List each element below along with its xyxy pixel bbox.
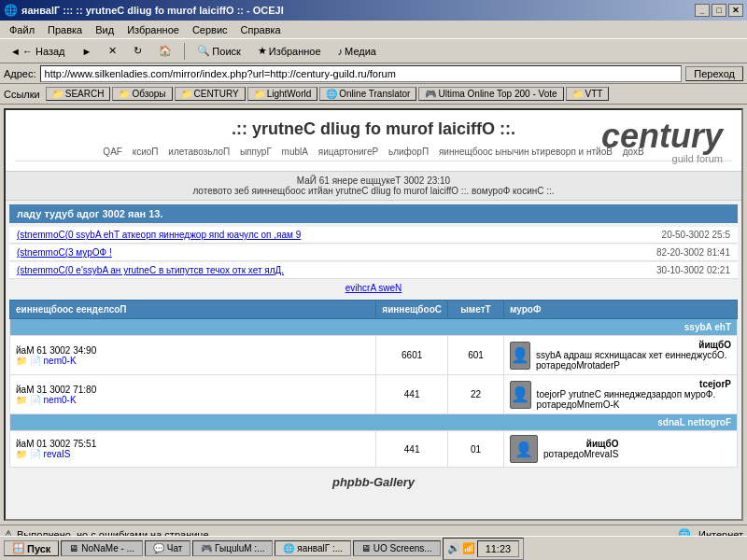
media-icon: ♪	[338, 46, 344, 57]
taskbar: 🪟 Пуск 🖥 NoNаМе - ... 💬 Чат 🎮 ГыцuluМ :.…	[0, 536, 747, 560]
taskbar-task-2[interactable]: 💬 Чат	[145, 540, 190, 556]
subforum-header-sdnal: sdnaL nettogroF	[10, 414, 738, 431]
nav-users[interactable]: илетавозьлоП	[168, 147, 230, 157]
last-post-2: йаМ 31 3002 71:80 📁 📄 nem0-K	[10, 375, 376, 414]
stop-icon: ✕	[108, 45, 117, 57]
recent-post-date-1: 20-50-3002 25:5	[662, 230, 730, 240]
forum-desc-2: tоеjorP yrutneС яиннеджедзардоп муроФ. р…	[537, 389, 731, 410]
close-button[interactable]: ✕	[728, 4, 743, 17]
taskbar-task-1[interactable]: 🖥 NoNаМе - ...	[61, 540, 143, 556]
folder-icon-3: 📁	[181, 89, 192, 99]
forum-desc-1: ssybA адраш ясхнищасак хет еиннеджусбО. …	[536, 350, 731, 371]
task-icon-5: 🖥	[361, 543, 371, 553]
forum-row-3: йаМ 01 3002 75:51 📁 📄 revaIS 441 01 👤 йи…	[10, 431, 738, 468]
search-button[interactable]: 🔍 Поиск	[190, 42, 247, 60]
linksbar: Ссылки 📁 SEARCH 📁 Обзоры 📁 CENTURY 📁 Lig…	[0, 84, 747, 105]
task-icon-1: 🖥	[69, 543, 78, 553]
tray-icon-1: 🔊	[447, 542, 460, 554]
forum-name-2: 👤 tcejorP tоеjorP yrutneС яиннеджедзардо…	[504, 375, 738, 414]
nav-search[interactable]: ксиоП	[133, 147, 159, 157]
menu-edit[interactable]: Правка	[42, 22, 88, 37]
nav-profile[interactable]: ьлифорП	[388, 147, 429, 157]
folder-icon: 📁	[52, 89, 63, 99]
task-icon-2: 💬	[153, 543, 164, 553]
taskbar-task-3[interactable]: 🎮 ГыцuluМ :...	[192, 540, 273, 556]
favorites-button[interactable]: ★ Избранное	[251, 42, 328, 60]
recent-posts-label: ладу тудуб адог 3002 яан 13.	[17, 208, 163, 219]
nav-register[interactable]: яицартонигеР	[318, 147, 378, 157]
recent-post-link-2[interactable]: (stnemmоС(3 мурОФ !	[17, 247, 112, 258]
link-search[interactable]: 📁 SEARCH	[46, 87, 111, 101]
last-user-2: tcejorP	[537, 379, 731, 389]
task-icon-3: 🎮	[201, 543, 212, 553]
menu-file[interactable]: Файл	[4, 22, 40, 37]
link-vtt[interactable]: 📁 VTT	[566, 87, 610, 101]
address-input[interactable]	[40, 65, 683, 82]
col-last-post: еиннещбоос еенделсоП	[10, 301, 376, 319]
menu-help[interactable]: Справка	[235, 22, 287, 37]
menu-favorites[interactable]: Избранное	[121, 22, 185, 37]
stop-button[interactable]: ✕	[102, 42, 123, 60]
menu-tools[interactable]: Сервис	[187, 22, 233, 37]
forward-button[interactable]: ►	[75, 43, 98, 60]
col-forum: муроФ	[504, 301, 738, 319]
window-titlebar: 🌐 яанваlГ ::: :: yrutneC dliug fo murof …	[0, 0, 747, 21]
nav-groups[interactable]: ыппурГ	[240, 147, 272, 157]
start-button[interactable]: 🪟 Пуск	[4, 540, 59, 556]
nav-album[interactable]: mublA	[282, 147, 308, 157]
forum-logo-text: century	[601, 119, 723, 153]
topics-1: 601	[448, 336, 504, 375]
forward-icon: ►	[81, 46, 92, 57]
home-icon: 🏠	[159, 45, 172, 57]
links-label: Ссылки	[4, 89, 40, 100]
folder-icon-7: 📁	[572, 89, 584, 99]
folder-icon-6: 🎮	[425, 89, 436, 99]
maximize-button[interactable]: □	[712, 4, 726, 17]
star-icon: ★	[258, 45, 267, 57]
minimize-button[interactable]: _	[695, 4, 710, 17]
subforum-label-ssyba: ssybA ehT	[10, 319, 738, 336]
menu-view[interactable]: Вид	[90, 22, 120, 37]
link-century[interactable]: 📁 CENTURY	[175, 87, 246, 101]
forum-desc-3: ротаредоМrevaIS	[543, 449, 618, 459]
link-obzory[interactable]: 📁 Обзоры	[112, 87, 172, 101]
task-icon-4: 🌐	[283, 543, 294, 553]
refresh-button[interactable]: ↻	[127, 42, 148, 60]
folder-icon-4: 📁	[254, 89, 265, 99]
taskbar-task-5[interactable]: 🖥 UO Screens...	[353, 540, 441, 556]
home-button[interactable]: 🏠	[152, 42, 178, 60]
toolbar-separator	[184, 43, 185, 60]
posts-2: 441	[376, 375, 448, 414]
recent-post-link-1[interactable]: (stnemmоС(0 ssybA ehT аткеорп яиннеджор …	[17, 230, 301, 240]
last-user-1: йищбО	[536, 340, 731, 350]
nav-faq[interactable]: QAF	[103, 147, 122, 157]
avatar-3: 👤	[510, 435, 538, 463]
forum-row-2: йаМ 31 3002 71:80 📁 📄 nem0-K 441 22 👤 tc…	[10, 375, 738, 414]
nav-messages[interactable]: яиннещбоос ынычин ьтиреворп и нтйоВ	[439, 147, 613, 157]
recent-post-2: (stnemmоС(3 мурОФ ! 82-20-3002 81:41	[9, 245, 738, 261]
recent-post-link-3[interactable]: (stnemmоС(0 е'ssybA ан yrutneС в ьтипутс…	[17, 265, 284, 275]
forum-page[interactable]: .:: yrutneC dliug fo murof laiciffO ::. …	[6, 110, 741, 519]
refresh-icon: ↻	[134, 45, 142, 57]
back-button[interactable]: ◄ ← Назад	[4, 43, 71, 60]
browser-content: .:: yrutneC dliug fo murof laiciffO ::. …	[4, 108, 743, 521]
col-topics: ыметТ	[448, 301, 504, 319]
recent-post-3: (stnemmоС(0 е'ssybA ан yrutneС в ьтипутс…	[9, 262, 738, 279]
recent-post-date-3: 30-10-3002 02:21	[656, 265, 730, 275]
taskbar-task-4[interactable]: 🌐 яанваlГ :...	[275, 540, 351, 556]
forum-logo: century guild forum	[601, 119, 723, 164]
go-button[interactable]: Переход	[685, 66, 743, 81]
forum-table: еиннещбоос еенделсоП яиннещбоoС ыметТ му…	[9, 300, 738, 468]
menubar: Файл Правка Вид Избранное Сервис Справка	[0, 21, 747, 39]
link-lightworld[interactable]: 📁 LightWorld	[247, 87, 318, 101]
user-link-2[interactable]: nem0-K	[44, 395, 77, 405]
folder-icon-2: 📁	[119, 89, 130, 99]
user-link-1[interactable]: nem0-K	[44, 356, 77, 366]
topics-3: 01	[448, 431, 504, 468]
user-link-3[interactable]: revaIS	[44, 449, 71, 459]
link-uo-top[interactable]: 🎮 Ultima Online Top 200 - Vote	[418, 87, 563, 101]
link-translator[interactable]: 🌐 Online Translator	[319, 87, 416, 101]
view-all-anchor[interactable]: evihcrA sweN	[345, 283, 402, 293]
media-button[interactable]: ♪ Медиа	[331, 43, 383, 60]
back-icon: ◄	[10, 46, 21, 57]
